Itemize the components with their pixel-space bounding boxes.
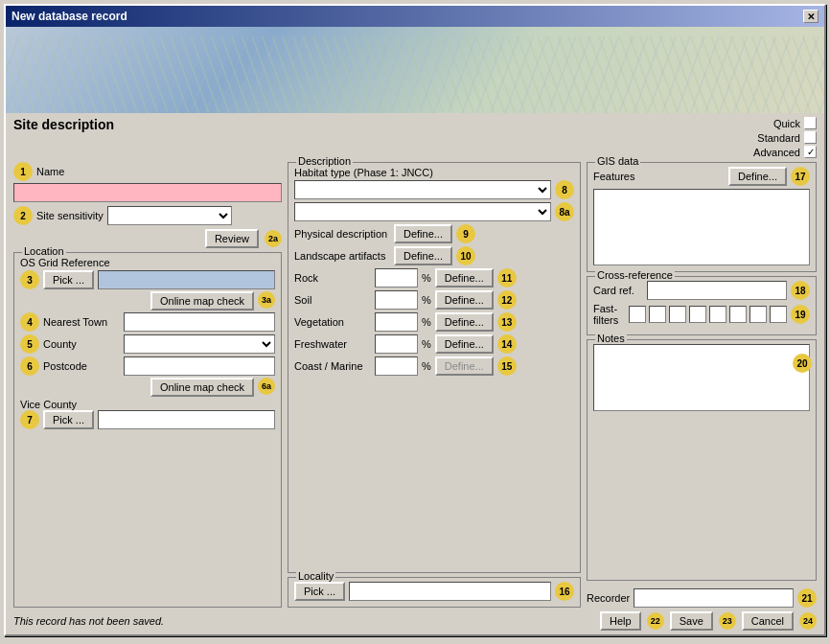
badge9: 9 [456, 224, 475, 243]
middle-panel: Description Habitat type (Phase 1: JNCC)… [288, 162, 581, 608]
page-title: Site description [13, 117, 114, 132]
quick-label: Quick [773, 118, 800, 129]
county-badge: 5 [20, 334, 39, 354]
rock-input[interactable] [375, 268, 418, 288]
soil-input[interactable] [375, 290, 418, 310]
locality-pick-button[interactable]: Pick ... [294, 582, 345, 601]
vegetation-input[interactable] [375, 312, 418, 332]
soil-label: Soil [294, 294, 371, 306]
name-label: Name [36, 166, 64, 177]
sensitivity-select[interactable] [107, 206, 232, 225]
os-grid-input[interactable] [98, 270, 275, 289]
notes-textarea[interactable] [593, 344, 810, 411]
ff3[interactable] [669, 306, 686, 323]
badge21: 21 [797, 588, 817, 608]
crossref-group: Cross-reference Card ref. 18 Fast-filter… [587, 276, 817, 335]
save-badge: 23 [719, 612, 736, 630]
ff1[interactable] [629, 306, 646, 323]
soil-define-button[interactable]: Define... [435, 290, 494, 310]
help-button[interactable]: Help [600, 611, 641, 631]
badge17: 17 [791, 167, 810, 186]
features-label: Features [593, 171, 634, 182]
ff5[interactable] [709, 306, 726, 323]
habitat-row1: 8 [294, 180, 574, 199]
habitat-row2: 8a [294, 202, 574, 221]
ff8[interactable] [770, 306, 787, 323]
quick-checkbox[interactable] [804, 117, 817, 129]
standard-row: Standard [753, 131, 817, 144]
online-row2: Online map check 6a [20, 378, 275, 397]
online-map-button[interactable]: Online map check [150, 291, 254, 310]
rock-label: Rock [294, 272, 371, 284]
habitat-select2[interactable] [294, 202, 551, 221]
freshwater-input[interactable] [375, 334, 418, 354]
recorder-label: Recorder [587, 592, 630, 604]
ff6[interactable] [729, 306, 747, 323]
online-map2-button[interactable]: Online map check [150, 378, 254, 397]
header-image [6, 27, 824, 113]
vice-pick-button[interactable]: Pick ... [43, 410, 94, 429]
vice-county-badge: 7 [20, 410, 39, 429]
badge20: 20 [793, 354, 812, 373]
nearest-town-label: Nearest Town [43, 316, 120, 328]
nearest-town-input[interactable] [124, 312, 275, 332]
cardref-input[interactable] [647, 281, 787, 300]
name-label-row: 1 Name [13, 162, 282, 181]
description-group: Description Habitat type (Phase 1: JNCC)… [288, 162, 581, 573]
fresh-pct: % [422, 338, 431, 350]
ff4[interactable] [689, 306, 706, 323]
coast-label: Coast / Marine [294, 360, 371, 372]
cancel-button[interactable]: Cancel [742, 611, 794, 631]
name-input[interactable] [13, 183, 282, 202]
freshwater-define-button[interactable]: Define... [435, 334, 494, 354]
coast-input[interactable] [375, 356, 418, 376]
landscape-define-button[interactable]: Define... [394, 246, 452, 265]
gis-label: GIS data [595, 155, 640, 167]
close-button[interactable]: ✕ [803, 10, 818, 23]
pick-badge: 3 [20, 270, 39, 289]
os-grid-row: 3 Pick ... [20, 270, 275, 289]
description-label: Description [296, 155, 353, 167]
county-select[interactable] [124, 334, 275, 354]
save-button[interactable]: Save [670, 611, 713, 631]
coast-define-button[interactable]: Define... [435, 356, 494, 376]
pick-button[interactable]: Pick ... [43, 270, 94, 289]
titlebar: New database record ✕ [6, 6, 824, 27]
recorder-input[interactable]: Simon [634, 588, 794, 608]
county-label: County [43, 338, 120, 350]
vice-county-input[interactable] [98, 410, 275, 429]
ff7[interactable] [749, 306, 767, 323]
ff2[interactable] [649, 306, 666, 323]
bottom-bar: This record has not been saved. Help 22 … [13, 611, 817, 631]
physical-row: Physical description Define... 9 [294, 224, 574, 243]
rock-define-button[interactable]: Define... [435, 268, 494, 288]
habitat-select1[interactable] [294, 180, 551, 199]
location-label: Location [22, 245, 66, 257]
name-group: 1 Name [13, 162, 282, 202]
badge16: 16 [555, 582, 574, 601]
badge19: 19 [791, 305, 810, 324]
soil-row: Soil % Define... 12 [294, 290, 574, 310]
recorder-row: Recorder Simon 21 [587, 588, 817, 608]
sensitivity-badge: 2 [13, 206, 33, 225]
quick-row: Quick [753, 117, 817, 129]
rock-row: Rock % Define... 11 [294, 268, 574, 288]
locality-input[interactable] [349, 582, 551, 601]
vegetation-define-button[interactable]: Define... [435, 312, 494, 332]
review-button[interactable]: Review [205, 229, 259, 248]
nearest-town-badge: 4 [20, 312, 39, 332]
coast-pct: % [422, 360, 431, 372]
postcode-input[interactable] [124, 356, 275, 376]
freshwater-label: Freshwater [294, 338, 371, 350]
crossref-label: Cross-reference [595, 269, 675, 281]
review-badge: 2a [265, 230, 282, 247]
physical-define-button[interactable]: Define... [394, 224, 452, 243]
locality-row: Pick ... 16 [294, 582, 574, 601]
site-sensitivity-group: 2 Site sensitivity Review 2a [13, 206, 282, 248]
standard-checkbox[interactable] [804, 131, 817, 144]
advanced-checkbox[interactable]: ✓ [804, 146, 817, 158]
online-map2-badge: 6a [258, 378, 275, 395]
gis-define-button[interactable]: Define... [728, 167, 787, 186]
titlebar-title: New database record [12, 10, 127, 23]
postcode-label: Postcode [43, 360, 120, 372]
